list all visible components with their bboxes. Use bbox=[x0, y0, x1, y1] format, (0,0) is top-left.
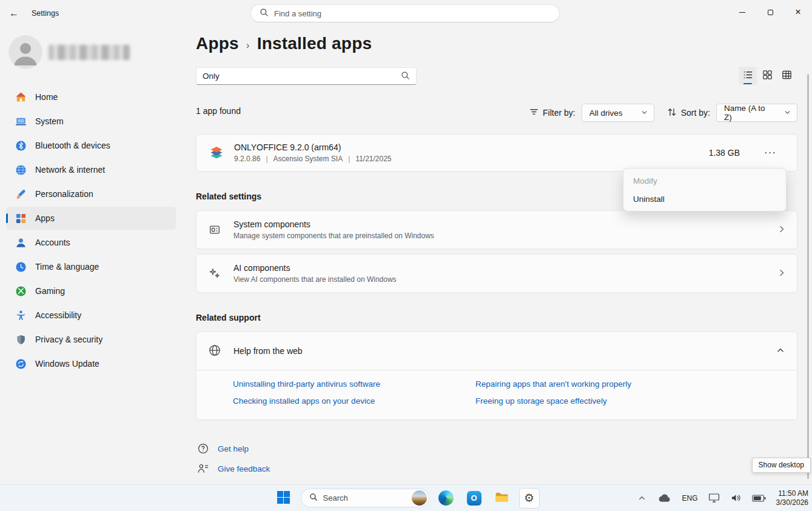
taskbar-search-box[interactable]: Search bbox=[301, 489, 429, 507]
system-components-row[interactable]: System components Manage system componen… bbox=[196, 210, 797, 249]
sidebar-item-time-language[interactable]: Time & language bbox=[6, 255, 176, 278]
more-options-button[interactable]: ··· bbox=[760, 145, 780, 160]
sidebar-item-apps[interactable]: Apps bbox=[6, 207, 176, 230]
filter-label: Filter by: bbox=[543, 108, 575, 118]
help-link[interactable]: Uninstalling third-party antivirus softw… bbox=[233, 379, 475, 389]
sidebar-item-label: System bbox=[35, 116, 64, 126]
tray-chevron-up-button[interactable] bbox=[636, 492, 648, 504]
apps-icon bbox=[15, 212, 27, 224]
app-context-menu: Modify Uninstall bbox=[623, 168, 787, 212]
sidebar-item-accessibility[interactable]: Accessibility bbox=[6, 304, 176, 327]
clock[interactable]: 11:50 AM 3/30/2026 bbox=[776, 489, 808, 507]
globe-icon bbox=[208, 344, 221, 359]
restore-icon bbox=[768, 10, 773, 15]
separator: | bbox=[343, 155, 355, 163]
language-indicator[interactable]: ENG bbox=[680, 492, 700, 504]
gear-icon: ⚙ bbox=[524, 492, 534, 504]
close-button[interactable]: × bbox=[784, 0, 812, 24]
file-explorer-button[interactable] bbox=[491, 487, 513, 509]
ai-components-row[interactable]: AI components View AI components that ar… bbox=[196, 254, 797, 293]
window-controls: × bbox=[728, 0, 812, 24]
sidebar-item-system[interactable]: System bbox=[6, 110, 176, 133]
restore-button[interactable] bbox=[756, 0, 784, 24]
sidebar-item-gaming[interactable]: Gaming bbox=[6, 279, 176, 302]
sidebar-item-privacy[interactable]: Privacy & security bbox=[6, 328, 176, 351]
table-view-icon bbox=[781, 69, 793, 82]
back-button[interactable]: ← bbox=[4, 3, 24, 24]
titlebar: ← Settings × bbox=[0, 0, 812, 27]
search-icon bbox=[309, 493, 318, 503]
settings-search-input[interactable] bbox=[274, 9, 551, 18]
sidebar-item-label: Network & internet bbox=[35, 165, 105, 175]
minimize-button[interactable] bbox=[728, 0, 756, 24]
sidebar-item-bluetooth[interactable]: Bluetooth & devices bbox=[6, 134, 176, 157]
list-view-button[interactable] bbox=[739, 67, 757, 85]
search-highlight-image bbox=[412, 490, 427, 506]
filter-icon bbox=[529, 107, 539, 119]
user-name-redacted bbox=[49, 45, 130, 60]
app-row-onlyoffice[interactable]: ONLYOFFICE 9.2.0 (arm64) 9.2.0.86 | Asce… bbox=[196, 134, 797, 172]
xbox-gaming-icon bbox=[15, 285, 27, 297]
outlook-button[interactable]: O bbox=[463, 487, 485, 509]
sort-dropdown[interactable]: Name (A to Z) bbox=[716, 104, 797, 122]
app-name: ONLYOFFICE 9.2.0 (arm64) bbox=[234, 142, 392, 152]
sidebar-item-label: Personalization bbox=[35, 189, 93, 199]
chevron-up-icon bbox=[776, 346, 785, 356]
help-link[interactable]: Repairing apps that aren't working prope… bbox=[475, 379, 785, 389]
chevron-right-icon: › bbox=[246, 36, 250, 52]
tray-date: 3/30/2026 bbox=[776, 498, 808, 507]
sidebar-item-label: Accounts bbox=[35, 238, 70, 247]
menu-item-modify: Modify bbox=[626, 172, 783, 190]
chevron-right-icon bbox=[777, 269, 786, 279]
close-icon: × bbox=[795, 6, 801, 18]
edge-button[interactable] bbox=[435, 487, 457, 509]
settings-app-button[interactable]: ⚙ bbox=[519, 488, 540, 509]
outlook-letter: O bbox=[471, 493, 477, 503]
sidebar-item-home[interactable]: Home bbox=[6, 85, 176, 109]
app-publisher: Ascensio System SIA bbox=[273, 155, 343, 163]
give-feedback-link[interactable]: Give feedback bbox=[218, 464, 270, 473]
network-ethernet-icon[interactable] bbox=[706, 491, 722, 505]
app-list-search-box[interactable] bbox=[196, 67, 417, 85]
menu-item-uninstall[interactable]: Uninstall bbox=[626, 190, 783, 208]
onedrive-cloud-icon[interactable] bbox=[655, 491, 674, 505]
help-from-web-card: Help from the web Uninstalling third-par… bbox=[196, 332, 797, 420]
help-from-web-header[interactable]: Help from the web bbox=[196, 332, 797, 370]
system-tray: ENG 11:50 AM 3/30/2026 bbox=[636, 485, 808, 511]
system-components-icon bbox=[208, 224, 221, 236]
bluetooth-icon bbox=[15, 139, 27, 152]
grid-view-button[interactable] bbox=[758, 67, 776, 85]
clock-icon bbox=[15, 261, 27, 273]
sidebar-item-personalization[interactable]: Personalization bbox=[6, 182, 176, 205]
app-list-search-input[interactable] bbox=[203, 72, 401, 81]
help-link[interactable]: Checking installed apps on your device bbox=[233, 396, 475, 406]
separator: | bbox=[260, 155, 273, 163]
battery-icon[interactable] bbox=[750, 492, 768, 504]
help-card-title: Help from the web bbox=[233, 346, 303, 356]
avatar bbox=[8, 35, 42, 69]
filter-dropdown[interactable]: All drives bbox=[582, 104, 654, 122]
app-install-date: 11/21/2025 bbox=[355, 155, 391, 163]
outlook-icon: O bbox=[467, 491, 481, 506]
user-account-button[interactable] bbox=[0, 35, 182, 69]
settings-search-box[interactable] bbox=[250, 4, 560, 22]
start-button[interactable] bbox=[273, 487, 295, 509]
sidebar-item-accounts[interactable]: Accounts bbox=[6, 231, 176, 254]
breadcrumb-parent[interactable]: Apps bbox=[196, 34, 239, 53]
volume-icon[interactable] bbox=[728, 490, 743, 506]
sidebar-item-windows-update[interactable]: Windows Update bbox=[6, 352, 176, 375]
filter-sort-row: Filter by: All drives Sort by: Name (A t… bbox=[529, 104, 797, 122]
windows-logo-icon bbox=[277, 491, 290, 506]
get-help-icon bbox=[196, 443, 210, 455]
scrollbar[interactable] bbox=[807, 74, 809, 479]
more-dots-icon: ··· bbox=[764, 147, 776, 158]
show-desktop-tooltip: Show desktop bbox=[752, 458, 811, 473]
get-help-link[interactable]: Get help bbox=[218, 444, 249, 453]
personalization-brush-icon bbox=[15, 188, 27, 200]
chevron-right-icon bbox=[777, 225, 786, 235]
sidebar-item-label: Accessibility bbox=[35, 310, 81, 320]
search-icon[interactable] bbox=[401, 71, 410, 82]
table-view-button[interactable] bbox=[777, 67, 796, 85]
sidebar-item-network[interactable]: Network & internet bbox=[6, 158, 176, 181]
help-link[interactable]: Freeing up storage space effectively bbox=[475, 396, 785, 406]
